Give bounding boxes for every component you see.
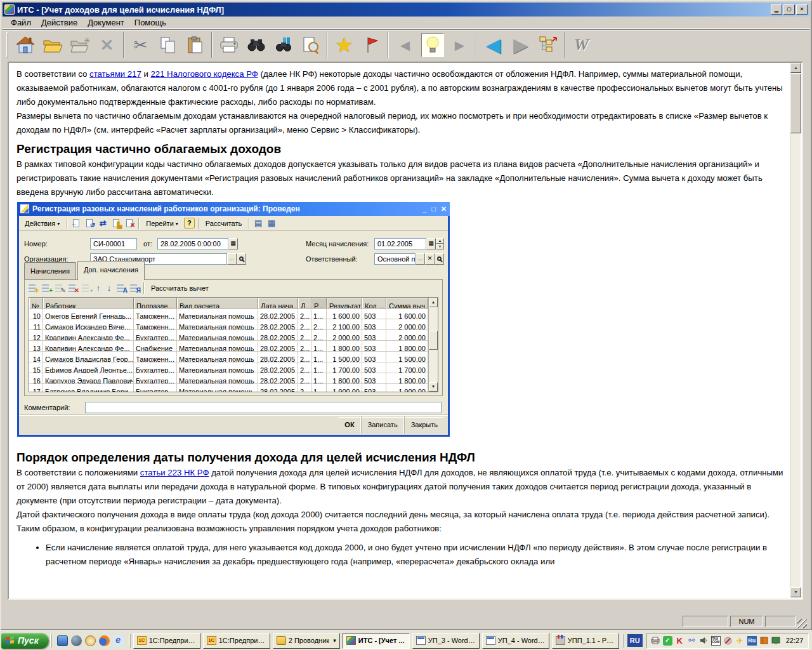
link-article-223[interactable]: статьи 223 НК РФ (140, 468, 209, 477)
column-header[interactable]: Подразде... (134, 298, 177, 308)
table-cell[interactable]: Таможенн... (134, 319, 177, 330)
column-header[interactable]: Вид расчета (177, 298, 258, 308)
table-cell[interactable]: Карпухов Эдуард Павлович (43, 373, 134, 384)
plane-icon[interactable]: ✈ (735, 636, 745, 646)
actions-button[interactable]: Действия (21, 214, 63, 233)
column-header[interactable]: Сумма выч... (386, 298, 428, 308)
scroll-up-icon[interactable]: ▲ (429, 298, 438, 307)
back-button[interactable]: ◀ (480, 32, 507, 59)
table-cell[interactable]: 503 (362, 352, 386, 362)
table-cell[interactable]: Материальная помощь (177, 362, 258, 373)
book-icon[interactable] (759, 636, 769, 646)
table-cell[interactable]: Бухгалтер... (134, 330, 177, 341)
monitor-icon[interactable] (771, 636, 781, 646)
table-cell[interactable]: 28.02.2005 (258, 373, 298, 384)
table-cell[interactable]: 1... (311, 362, 327, 373)
calculate-button[interactable]: Рассчитать (202, 215, 246, 232)
word-export-button[interactable]: W (568, 32, 595, 59)
table-cell[interactable]: 11 (29, 319, 43, 330)
table-cell[interactable]: 2... (311, 319, 327, 330)
paste-button[interactable] (181, 32, 209, 59)
table-cell[interactable]: Батряков Владимир Бори... (43, 384, 134, 392)
dialog-minimize-icon[interactable]: _ (422, 202, 426, 216)
table-cell[interactable]: 503 (362, 373, 386, 384)
open-list-button[interactable] (237, 253, 246, 265)
write-button[interactable]: Записать (361, 416, 404, 434)
resize-grip[interactable] (797, 619, 807, 628)
scrollbar-thumb[interactable] (429, 331, 438, 350)
table-cell[interactable]: 2... (298, 362, 311, 373)
table-row[interactable]: 14Симаков Владислав Геор...Таможенн...Ма… (29, 352, 428, 362)
table-cell[interactable]: Ожегов Евгений Геннадь... (43, 308, 134, 319)
contents-button[interactable] (534, 32, 561, 59)
dialog-close-icon[interactable]: ✕ (441, 202, 447, 216)
clear-button[interactable]: ✕ (425, 253, 435, 265)
table-cell[interactable]: 1 800,00 (386, 341, 428, 352)
scroll-up-icon[interactable]: ▲ (790, 63, 801, 73)
table-cell[interactable]: 12 (29, 330, 43, 341)
preview-button[interactable] (297, 32, 324, 59)
table-cell[interactable]: Материальная помощь (177, 341, 258, 352)
table-cell[interactable]: 16 (29, 373, 43, 384)
table-cell[interactable]: Материальная помощь (177, 373, 258, 384)
task-1c-2[interactable]: 1С1С:Предприя... (203, 633, 270, 649)
help-button[interactable]: ? (184, 218, 195, 229)
table-cell[interactable]: 2... (298, 384, 311, 392)
table-cell[interactable]: 1 800,00 (327, 373, 362, 384)
lock-button[interactable]: ▙ (110, 218, 122, 229)
highlight-button[interactable] (419, 32, 446, 59)
table-cell[interactable]: 1 700,00 (327, 362, 362, 373)
move-up-icon[interactable]: ↑ (94, 282, 103, 294)
table-cell[interactable]: 13 (29, 341, 43, 352)
table-cell[interactable]: 28.02.2005 (258, 341, 298, 352)
table-cell[interactable]: 28.02.2005 (258, 362, 298, 373)
table-cell[interactable]: Симаков Искандер Вяче... (43, 319, 134, 330)
task-its-active[interactable]: ИТС - [Учет ... (343, 633, 410, 649)
table-cell[interactable]: Материальная помощь (177, 384, 258, 392)
move-down-icon[interactable]: ↓ (105, 282, 114, 294)
date-input[interactable]: 28.02.2005 0:00:00 (157, 238, 228, 249)
calendar-icon[interactable]: ▦ (426, 238, 436, 249)
spin-down-icon[interactable]: ▼ (436, 244, 444, 249)
month-input[interactable]: 01.02.2005 (374, 238, 426, 249)
scroll-down-icon[interactable]: ▼ (790, 587, 801, 597)
minimize-icon[interactable]: ▁ (771, 4, 782, 15)
spin-up-icon[interactable]: ▲ (436, 238, 444, 244)
goto-button[interactable]: Перейти (142, 214, 182, 233)
table-cell[interactable]: Таможенн... (134, 308, 177, 319)
tab-accruals[interactable]: Начисления (24, 262, 76, 280)
choose-button[interactable]: ... (416, 253, 425, 265)
tray-handle[interactable] (622, 633, 624, 647)
table-cell[interactable]: Симаков Владислав Геор... (43, 352, 134, 362)
table-cell[interactable]: Бухгалтер... (134, 373, 177, 384)
table-cell[interactable]: 1 800,00 (386, 373, 428, 384)
fill-settings-button[interactable]: ▦ (266, 218, 277, 229)
content-scrollbar[interactable]: ▲ ▼ (790, 63, 801, 597)
tab-additional-accruals[interactable]: Доп. начисления (77, 261, 145, 280)
language-indicator[interactable]: RU (627, 634, 643, 647)
ok-button[interactable]: ОК (338, 416, 360, 434)
table-row[interactable]: 13Крапивин Александр Фе...СнабжениеМатер… (29, 341, 428, 352)
column-header[interactable]: Работник (43, 298, 134, 308)
column-header[interactable]: Р... (311, 298, 327, 308)
table-cell[interactable]: 1... (311, 308, 327, 319)
table-cell[interactable]: Снабжение (134, 341, 177, 352)
delete-button[interactable]: ✕ (93, 32, 121, 59)
window-icon[interactable] (57, 635, 68, 646)
column-header[interactable]: Дата нача... (258, 298, 298, 308)
table-cell[interactable]: Материальная помощь (177, 352, 258, 362)
table-cell[interactable]: 17 (29, 384, 43, 392)
table-cell[interactable]: Материальная помощь (177, 319, 258, 330)
print-button[interactable] (215, 32, 242, 59)
speaker-icon[interactable] (699, 636, 709, 646)
table-cell[interactable]: Таможенн... (134, 352, 177, 362)
column-header[interactable]: № (29, 298, 43, 308)
table-cell[interactable]: 2... (298, 319, 311, 330)
table-cell[interactable]: 1 500,00 (386, 352, 428, 362)
table-cell[interactable]: 2... (311, 330, 327, 341)
column-header[interactable]: Код ... (362, 298, 386, 308)
ru-badge-icon[interactable]: Ru (747, 636, 757, 646)
sort-desc-button[interactable]: Я (129, 282, 140, 294)
ie-icon[interactable]: e (113, 635, 124, 646)
start-button[interactable]: Пуск (1, 633, 49, 649)
